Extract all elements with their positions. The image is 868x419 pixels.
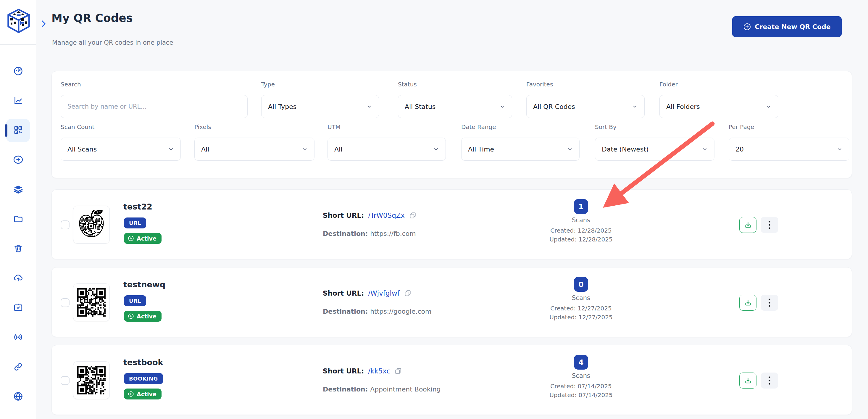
copy-short-url-button[interactable] [409, 212, 416, 219]
destination-label: Destination: [323, 308, 370, 315]
sidebar-item-links[interactable] [6, 355, 30, 379]
row-checkbox[interactable] [61, 298, 69, 307]
short-url-line: Short URL: /Wjvfglwf [323, 290, 411, 297]
created-date: Created: 07/14/2025 [550, 383, 612, 390]
sidebar-item-layers[interactable] [6, 178, 30, 202]
kebab-menu-icon [768, 220, 771, 229]
row-menu-button[interactable] [761, 372, 778, 389]
status-badge: Active [124, 233, 161, 244]
sidebar-item-dashboard[interactable] [6, 59, 30, 83]
filter-select[interactable]: All [194, 138, 314, 161]
filter-select[interactable]: All Time [461, 138, 580, 161]
filter-field-type: Type All Types [261, 81, 379, 118]
filter-selected-value: All [334, 146, 342, 153]
qr-name: test22 [123, 202, 152, 211]
create-button-label: Create New QR Code [755, 23, 830, 30]
status-badge: Active [124, 389, 161, 399]
short-url-label: Short URL: [323, 212, 364, 219]
sidebar-item-globe[interactable] [6, 385, 30, 409]
status-text: Active [137, 313, 156, 320]
type-badge: URL [124, 217, 146, 229]
filter-select[interactable]: Date (Newest) [595, 138, 714, 161]
filter-panel: Search Type All Types Status All Status … [52, 71, 852, 178]
short-url-line: Short URL: /kk5xc [323, 367, 402, 375]
sidebar-item-trash[interactable] [6, 237, 30, 261]
kebab-menu-icon [768, 298, 771, 307]
short-url-link[interactable]: /TrW0SqZx [368, 212, 405, 219]
short-url-link[interactable]: /Wjvfglwf [368, 290, 400, 297]
qr-dashboard-page: { "page": { "title": "My QR Codes", "sub… [0, 0, 868, 419]
app-logo[interactable] [6, 7, 31, 37]
chevron-down-icon [567, 146, 573, 152]
filter-field-per-page: Per Page 20 [728, 123, 849, 161]
scans-label: Scans [572, 294, 590, 302]
filter-select[interactable]: All Folders [659, 95, 778, 118]
destination-line: Destination: Appointment Booking [323, 386, 441, 393]
play-circle-icon [127, 391, 134, 397]
type-badge: BOOKING [124, 373, 163, 384]
scans-label: Scans [572, 217, 590, 224]
row-checkbox[interactable] [61, 376, 69, 385]
copy-short-url-button[interactable] [404, 290, 411, 297]
filter-select[interactable]: All QR Codes [526, 95, 645, 118]
qr-thumbnail[interactable] [73, 361, 110, 399]
filter-label: Folder [659, 81, 778, 88]
chevron-down-icon [766, 103, 772, 110]
filter-label: Date Range [461, 123, 580, 130]
filter-selected-value: 20 [736, 146, 744, 153]
filter-select[interactable]: All Status [398, 95, 512, 118]
short-url-link[interactable]: /kk5xc [368, 367, 390, 375]
links-icon [13, 362, 23, 373]
sidebar-collapse-toggle[interactable] [38, 18, 49, 30]
dashboard-icon [13, 66, 23, 77]
row-menu-button[interactable] [761, 217, 778, 233]
sidebar-item-analytics[interactable] [6, 89, 30, 113]
scans-label: Scans [572, 372, 590, 379]
copy-icon [404, 290, 411, 297]
destination-line: Destination: https://google.com [323, 308, 431, 315]
qr-thumbnail[interactable] [73, 206, 110, 243]
filter-select[interactable]: All Scans [61, 138, 181, 161]
active-indicator-bar [5, 124, 7, 137]
search-input[interactable] [61, 95, 248, 118]
destination-label: Destination: [323, 230, 370, 237]
filter-select[interactable]: All [328, 138, 446, 161]
scans-count-badge: 1 [574, 199, 588, 214]
sidebar-item-folders[interactable] [6, 207, 30, 231]
sidebar-item-broadcast[interactable] [6, 326, 30, 350]
sidebar-divider [0, 44, 36, 45]
updated-date: Updated: 07/14/2025 [549, 391, 613, 398]
filter-field-folder: Folder All Folders [659, 81, 778, 118]
qr-code-row-test22: test22 URL Active Short URL: /TrW0SqZx D… [52, 189, 852, 259]
filter-select[interactable]: 20 [728, 138, 849, 161]
chevron-down-icon [433, 146, 439, 152]
layers-icon [13, 184, 23, 195]
globe-icon [13, 391, 23, 402]
download-icon [744, 221, 752, 229]
download-icon [744, 377, 752, 385]
filter-label: Per Page [728, 123, 849, 130]
scans-column: 0 Scans Created: 12/27/2025 Updated: 12/… [539, 268, 622, 321]
short-url-line: Short URL: /TrW0SqZx [323, 212, 416, 219]
filter-field-date-range: Date Range All Time [461, 123, 580, 161]
sidebar-item-qr-codes[interactable] [6, 119, 30, 142]
row-checkbox[interactable] [61, 220, 69, 229]
row-menu-button[interactable] [761, 295, 778, 311]
filter-selected-value: All Status [405, 103, 435, 110]
plus-circle-icon [743, 23, 751, 31]
copy-short-url-button[interactable] [394, 367, 402, 375]
qr-thumbnail[interactable] [73, 283, 110, 321]
sidebar-item-create[interactable] [6, 148, 30, 172]
sidebar-item-upload[interactable] [6, 267, 30, 290]
sidebar-item-calendar[interactable] [6, 296, 30, 320]
filter-label: Favorites [526, 81, 645, 88]
create-new-qr-code-button[interactable]: Create New QR Code [732, 16, 842, 37]
filter-selected-value: All Folders [666, 103, 700, 110]
qr-name: testnewq [123, 280, 165, 289]
filter-select[interactable]: All Types [261, 95, 379, 118]
trash-icon [13, 243, 23, 255]
upload-icon [13, 273, 23, 284]
download-qr-button[interactable] [739, 372, 756, 389]
download-qr-button[interactable] [739, 295, 756, 311]
download-qr-button[interactable] [739, 217, 756, 233]
